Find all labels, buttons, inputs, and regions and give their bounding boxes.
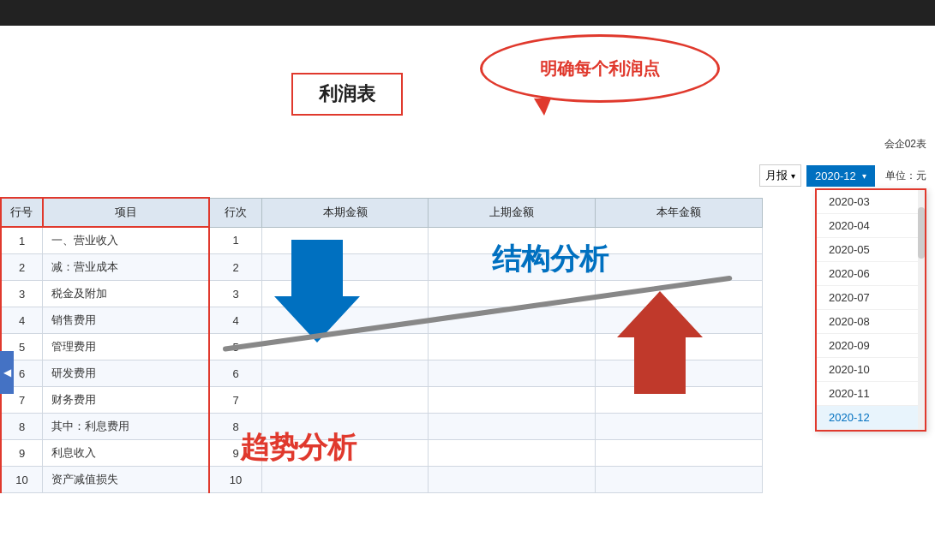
period-label: 2020-12 [815, 170, 856, 182]
col-header-seq: 行次 [209, 198, 261, 227]
cell-prev [429, 227, 596, 254]
table-row: 4 销售费用 4 [1, 307, 763, 334]
table-header-row: 行号 项目 行次 本期金额 上期金额 本年金额 [1, 198, 763, 227]
cell-prev [429, 467, 596, 493]
cell-seq: 5 [209, 334, 261, 360]
dropdown-item-2020-08[interactable]: 2020-08 [817, 310, 925, 334]
cell-current [261, 360, 429, 387]
dropdown-item-2020-07[interactable]: 2020-07 [817, 286, 925, 310]
cell-rownum: 2 [1, 254, 43, 281]
cell-current [261, 467, 429, 493]
cell-item: 其中：利息费用 [43, 414, 210, 440]
cell-rownum: 1 [1, 227, 43, 254]
report-type-select[interactable]: 月报 ▾ [759, 164, 801, 187]
period-chevron: ▾ [862, 171, 866, 181]
cell-rownum: 10 [1, 467, 43, 493]
cell-item: 财务费用 [43, 387, 210, 414]
cell-seq: 9 [209, 440, 261, 467]
cell-ytd [596, 467, 763, 493]
cell-rownum: 3 [1, 281, 43, 307]
table-row: 5 管理费用 5 [1, 334, 763, 360]
cell-ytd [596, 254, 763, 281]
table-row: 8 其中：利息费用 8 [1, 414, 763, 440]
dropdown-item-2020-11[interactable]: 2020-11 [817, 382, 925, 406]
cell-ytd [596, 281, 763, 307]
cell-item: 管理费用 [43, 334, 210, 360]
cell-prev [429, 440, 596, 467]
table-row: 9 利息收入 9 [1, 440, 763, 467]
cell-prev [429, 307, 596, 334]
col-header-ytd: 本年金额 [596, 198, 763, 227]
cell-item: 利息收入 [43, 440, 210, 467]
dropdown-scrollbar[interactable] [918, 190, 925, 430]
period-select[interactable]: 2020-12 ▾ [806, 165, 875, 187]
dropdown-item-2020-03[interactable]: 2020-03 [817, 190, 925, 214]
profit-table: 行号 项目 行次 本期金额 上期金额 本年金额 1 一、营业收入 1 2 减：营… [0, 197, 763, 493]
cell-prev [429, 387, 596, 414]
title-text: 利润表 [319, 83, 375, 104]
cell-seq: 6 [209, 360, 261, 387]
cell-ytd [596, 387, 763, 414]
table-row: 10 资产减值损失 10 [1, 467, 763, 493]
content-area: 明确每个利润点 利润表 会企02表 月报 ▾ 2020-12 ▾ 单位：元 20… [0, 26, 935, 560]
cell-current [261, 227, 429, 254]
report-type-chevron: ▾ [791, 171, 795, 181]
cell-ytd [596, 307, 763, 334]
col-header-rownum: 行号 [1, 198, 43, 227]
cell-current [261, 281, 429, 307]
cell-current [261, 307, 429, 334]
cell-seq: 2 [209, 254, 261, 281]
cell-ytd [596, 334, 763, 360]
cell-prev [429, 414, 596, 440]
cell-prev [429, 360, 596, 387]
cell-item: 减：营业成本 [43, 254, 210, 281]
cell-seq: 4 [209, 307, 261, 334]
dropdown-item-2020-05[interactable]: 2020-05 [817, 238, 925, 262]
cell-rownum: 9 [1, 440, 43, 467]
table-row: 3 税金及附加 3 [1, 281, 763, 307]
right-info: 会企02表 [884, 137, 926, 152]
cell-ytd [596, 227, 763, 254]
dropdown-item-2020-09[interactable]: 2020-09 [817, 334, 925, 358]
cell-ytd [596, 440, 763, 467]
dropdown-item-2020-10[interactable]: 2020-10 [817, 358, 925, 382]
unit-text: 单位：元 [885, 169, 926, 183]
sidebar-toggle[interactable]: ◀ [0, 351, 14, 394]
table-row: 7 财务费用 7 [1, 387, 763, 414]
cell-seq: 8 [209, 414, 261, 440]
cell-item: 税金及附加 [43, 281, 210, 307]
cell-prev [429, 334, 596, 360]
callout-text: 明确每个利润点 [540, 57, 660, 80]
col-header-current: 本期金额 [261, 198, 429, 227]
cell-current [261, 414, 429, 440]
dropdown-item-2020-06[interactable]: 2020-06 [817, 262, 925, 286]
dropdown-item-2020-12[interactable]: 2020-12 [817, 406, 925, 430]
cell-seq: 1 [209, 227, 261, 254]
cell-current [261, 387, 429, 414]
table-row: 2 减：营业成本 2 [1, 254, 763, 281]
controls-row: 月报 ▾ 2020-12 ▾ 单位：元 [759, 164, 926, 187]
cell-rownum: 8 [1, 414, 43, 440]
table-container: 行号 项目 行次 本期金额 上期金额 本年金额 1 一、营业收入 1 2 减：营… [0, 197, 763, 493]
dropdown-menu[interactable]: 2020-03 2020-04 2020-05 2020-06 2020-07 … [815, 188, 926, 432]
cell-ytd [596, 414, 763, 440]
dropdown-scrollbar-thumb [918, 207, 925, 259]
table-body: 1 一、营业收入 1 2 减：营业成本 2 3 税金及附加 3 4 销售费用 4 [1, 227, 763, 493]
col-header-prev: 上期金额 [429, 198, 596, 227]
cell-seq: 7 [209, 387, 261, 414]
cell-current [261, 334, 429, 360]
callout-bubble: 明确每个利润点 [480, 34, 720, 103]
sidebar-toggle-icon: ◀ [3, 366, 11, 378]
right-info-label: 会企02表 [884, 138, 926, 150]
cell-item: 一、营业收入 [43, 227, 210, 254]
cell-item: 销售费用 [43, 307, 210, 334]
title-box: 利润表 [291, 73, 403, 116]
cell-prev [429, 254, 596, 281]
col-header-item: 项目 [43, 198, 210, 227]
cell-rownum: 4 [1, 307, 43, 334]
cell-seq: 3 [209, 281, 261, 307]
cell-ytd [596, 360, 763, 387]
cell-seq: 10 [209, 467, 261, 493]
dropdown-item-2020-04[interactable]: 2020-04 [817, 214, 925, 238]
table-row: 6 研发费用 6 [1, 360, 763, 387]
